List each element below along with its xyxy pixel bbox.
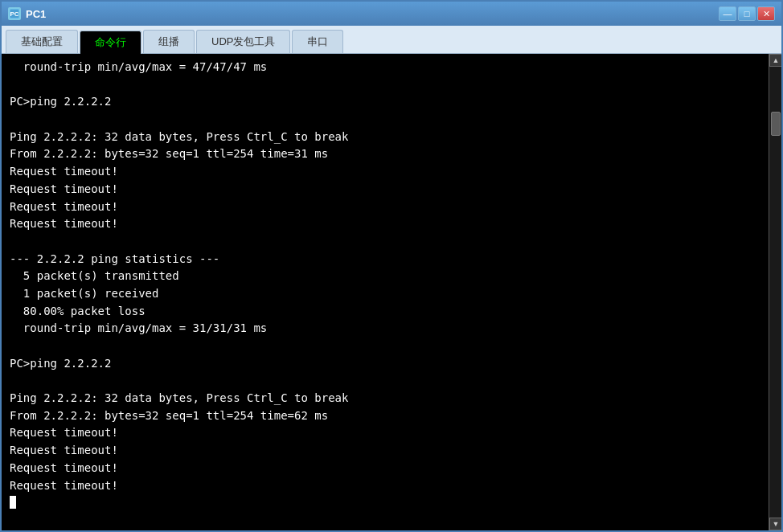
minimize-button[interactable]: — [719,6,736,21]
title-bar-left: PC PC1 [8,7,46,20]
scroll-up-button[interactable]: ▲ [769,54,781,67]
terminal-output: round-trip min/avg/max = 47/47/47 ms PC>… [10,59,760,512]
scroll-down-button[interactable]: ▼ [769,518,781,530]
tab-basic-config[interactable]: 基础配置 [6,30,78,53]
tab-udp-tool[interactable]: UDP发包工具 [196,30,290,53]
terminal-cursor [10,496,16,509]
window-icon: PC [8,7,21,20]
close-button[interactable]: ✕ [757,6,775,21]
tab-command-line[interactable]: 命令行 [80,31,141,54]
scroll-thumb[interactable] [771,112,781,136]
terminal-content[interactable]: round-trip min/avg/max = 47/47/47 ms PC>… [2,54,769,530]
title-bar: PC PC1 — □ ✕ [2,2,781,26]
window-title: PC1 [26,8,46,20]
tabs-bar: 基础配置 命令行 组播 UDP发包工具 串口 [2,26,781,54]
terminal-wrapper: round-trip min/avg/max = 47/47/47 ms PC>… [2,54,781,530]
scroll-track [769,67,781,518]
svg-text:PC: PC [10,10,18,18]
tab-multicast[interactable]: 组播 [143,30,195,53]
restore-button[interactable]: □ [738,6,756,21]
terminal-scrollbar: ▲ ▼ [769,54,781,530]
tab-serial[interactable]: 串口 [292,30,343,53]
title-buttons: — □ ✕ [719,6,775,21]
main-window: PC PC1 — □ ✕ 基础配置 命令行 组播 UDP发包工具 串口 roun… [0,0,783,532]
